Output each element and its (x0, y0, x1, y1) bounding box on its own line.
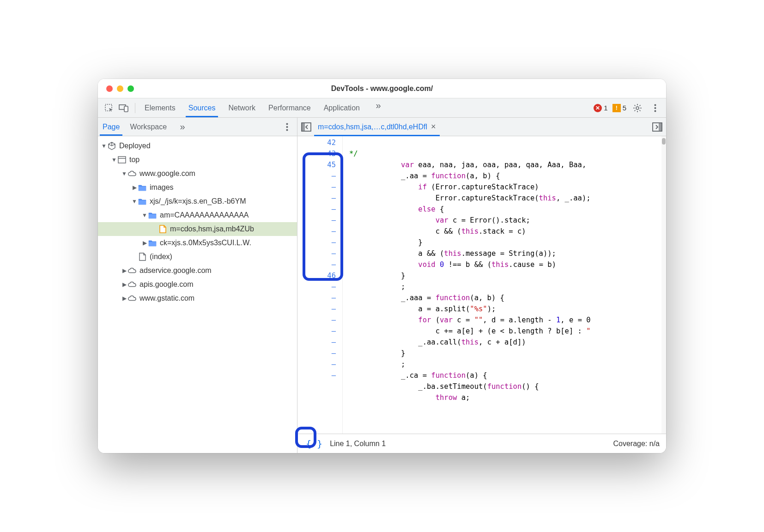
close-tab-icon[interactable]: × (431, 122, 436, 132)
toggle-debugger-icon[interactable] (652, 122, 662, 132)
tree-item-label: www.gstatic.com (139, 294, 194, 302)
kebab-menu-icon[interactable] (649, 102, 661, 115)
folder-icon (148, 238, 157, 248)
gutter-fold-dash[interactable]: – (297, 259, 336, 270)
cloud-icon (127, 266, 137, 275)
tree-item-label: apis.google.com (139, 280, 194, 289)
gutter-fold-dash[interactable]: – (297, 215, 336, 226)
svg-point-9 (286, 129, 288, 131)
gutter-fold-dash[interactable]: – (297, 370, 336, 381)
coverage-label: Coverage: n/a (613, 440, 660, 448)
toggle-navigator-icon[interactable] (301, 122, 311, 132)
scrollbar[interactable] (661, 136, 666, 434)
window-title: DevTools - www.google.com/ (331, 85, 433, 93)
file-tree[interactable]: ▼Deployed▼top▼www.google.com▶images▼xjs/… (98, 136, 297, 453)
chevron-right-icon[interactable]: ▶ (121, 295, 127, 302)
tab-elements[interactable]: Elements (144, 99, 176, 117)
gutter-fold-dash[interactable]: – (297, 181, 336, 193)
nav-tab-workspace[interactable]: Workspace (129, 119, 168, 135)
chevron-right-icon[interactable]: ▶ (121, 281, 127, 288)
chevron-down-icon[interactable]: ▼ (121, 170, 127, 177)
tree-item[interactable]: ▼xjs/_/js/k=xjs.s.en_GB.-b6YM (98, 194, 297, 208)
svg-point-5 (654, 107, 656, 109)
chevron-right-icon[interactable]: ▶ (121, 267, 127, 274)
tree-item[interactable]: ▼top (98, 153, 297, 167)
tree-item-label: (index) (150, 253, 172, 261)
gutter-fold-dash[interactable]: – (297, 292, 336, 303)
nav-kebab-icon[interactable] (280, 121, 293, 133)
gutter-fold-dash[interactable]: – (297, 337, 336, 348)
cloud-icon (127, 169, 137, 178)
device-toggle-icon[interactable] (117, 102, 130, 115)
error-badge[interactable]: ✕ 1 (594, 104, 607, 112)
gutter-fold-dash[interactable]: – (297, 348, 336, 359)
navigator-panel: Page Workspace » ▼Deployed▼top▼www.googl… (98, 118, 297, 453)
inspect-icon[interactable] (103, 102, 115, 115)
tree-item-label: Deployed (119, 142, 151, 150)
gutter-fold-dash[interactable]: – (297, 226, 336, 237)
close-button[interactable] (106, 85, 113, 92)
code-content[interactable]: */ var eaa, naa, jaa, oaa, paa, qaa, Aaa… (343, 136, 666, 434)
line-gutter[interactable]: 424345–––––––––46––––––––– (297, 136, 343, 434)
warning-badge[interactable]: ! 5 (612, 104, 626, 112)
cursor-position: Line 1, Column 1 (330, 440, 386, 448)
svg-point-6 (654, 110, 656, 112)
tab-application[interactable]: Application (323, 99, 361, 117)
pretty-print-button[interactable]: { } (304, 437, 324, 450)
tab-performance[interactable]: Performance (267, 99, 312, 117)
chevron-right-icon[interactable]: ▶ (131, 184, 138, 191)
main-toolbar: Elements Sources Network Performance App… (98, 98, 666, 118)
chevron-down-icon[interactable]: ▼ (101, 143, 107, 149)
tab-network[interactable]: Network (227, 99, 256, 117)
scrollbar-thumb[interactable] (662, 138, 666, 145)
gutter-fold-dash[interactable]: – (297, 314, 336, 326)
nav-more-tabs-icon[interactable]: » (176, 121, 189, 133)
gutter-fold-dash[interactable]: – (297, 281, 336, 292)
tree-item[interactable]: ▼www.google.com (98, 167, 297, 181)
gutter-fold-dash[interactable]: – (297, 204, 336, 215)
tree-item-label: images (150, 183, 174, 192)
tree-item-label: top (129, 156, 139, 164)
chevron-down-icon[interactable]: ▼ (141, 212, 148, 218)
tree-item[interactable]: ▶apis.google.com (98, 278, 297, 291)
tree-item[interactable]: ▼Deployed (98, 139, 297, 153)
gutter-fold-dash[interactable]: – (297, 237, 336, 248)
svg-rect-2 (124, 106, 128, 112)
minimize-button[interactable] (117, 85, 123, 92)
chevron-down-icon[interactable]: ▼ (111, 157, 117, 163)
chevron-right-icon[interactable]: ▶ (141, 240, 148, 246)
tree-item-label: ck=xjs.s.0Mx5ys3sCUI.L.W. (160, 239, 251, 247)
tree-item[interactable]: (index) (98, 250, 297, 264)
chevron-down-icon[interactable]: ▼ (131, 198, 138, 205)
editor-footer: { } Line 1, Column 1 Coverage: n/a (297, 434, 666, 453)
gutter-fold-dash[interactable]: – (297, 303, 336, 314)
line-number[interactable]: 46 (297, 270, 336, 281)
nav-tab-page[interactable]: Page (102, 119, 121, 135)
tree-item[interactable]: ▶www.gstatic.com (98, 291, 297, 305)
gutter-fold-dash[interactable]: – (297, 248, 336, 259)
gutter-fold-dash[interactable]: – (297, 326, 336, 337)
tree-item[interactable]: ▶images (98, 181, 297, 194)
settings-icon[interactable] (631, 102, 644, 115)
line-number[interactable]: 43 (297, 148, 336, 159)
tab-sources[interactable]: Sources (188, 99, 217, 117)
gutter-fold-dash[interactable]: – (297, 193, 336, 204)
file-icon (138, 252, 147, 261)
tree-item[interactable]: ▶adservice.google.com (98, 264, 297, 278)
editor-tab[interactable]: m=cdos,hsm,jsa,…c,dtl0hd,eHDfl × (316, 118, 438, 136)
tree-item[interactable]: m=cdos,hsm,jsa,mb4ZUb (98, 222, 297, 236)
svg-rect-13 (302, 123, 305, 131)
maximize-button[interactable] (127, 85, 134, 92)
line-number[interactable]: 45 (297, 159, 336, 170)
more-tabs-icon[interactable]: » (372, 99, 385, 112)
line-number[interactable]: 42 (297, 137, 336, 148)
folder-icon (148, 211, 157, 220)
tree-item[interactable]: ▼am=CAAAAAAAAAAAAAA (98, 208, 297, 222)
tree-item[interactable]: ▶ck=xjs.s.0Mx5ys3sCUI.L.W. (98, 236, 297, 250)
gutter-fold-dash[interactable]: – (297, 170, 336, 181)
gutter-fold-dash[interactable]: – (297, 359, 336, 370)
error-icon: ✕ (594, 104, 602, 112)
editor-tab-label: m=cdos,hsm,jsa,…c,dtl0hd,eHDfl (318, 123, 427, 131)
separator (135, 103, 135, 113)
error-count: 1 (604, 104, 607, 112)
